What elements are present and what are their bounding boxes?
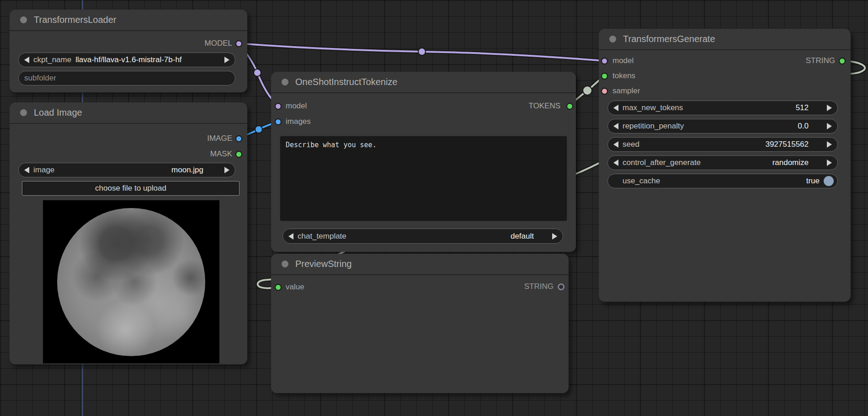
model-input-port[interactable] [275, 103, 282, 110]
model-input-port[interactable] [601, 58, 608, 64]
widget-value: true [806, 176, 820, 186]
decrement-arrow-icon[interactable] [613, 141, 618, 148]
link-dot [254, 69, 261, 76]
widget-value: 512 [796, 103, 809, 112]
decrement-arrow-icon[interactable] [613, 123, 618, 129]
value-input-port[interactable] [275, 284, 282, 291]
sampler-input-port[interactable] [601, 88, 608, 95]
seed-widget[interactable]: seed 3927515562 [607, 137, 838, 152]
increment-arrow-icon[interactable] [827, 105, 832, 111]
input-label-sampler: sampler [612, 86, 640, 96]
node-titlebar[interactable]: PreviewString [271, 254, 569, 275]
output-label-string: STRING [524, 282, 554, 291]
tokens-output-port[interactable] [566, 103, 573, 110]
node-transformers-loader[interactable]: TransformersLoader MODEL ckpt_name llava… [10, 10, 247, 92]
node-titlebar[interactable]: TransformersGenerate [599, 29, 851, 50]
node-titlebar[interactable]: OneShotInstructTokenize [271, 72, 576, 93]
node-title: PreviewString [295, 259, 351, 269]
output-label-image: IMAGE [207, 134, 232, 143]
widget-label: image [33, 165, 54, 175]
subfolder-input[interactable]: subfolder [18, 71, 235, 85]
input-label-model: model [612, 56, 634, 65]
node-status-dot [20, 109, 27, 116]
decrement-arrow-icon[interactable] [24, 57, 29, 63]
node-status-dot [609, 36, 616, 43]
widget-label: use_cache [623, 176, 660, 186]
string-output-port[interactable] [839, 58, 846, 64]
widget-label: chat_template [298, 232, 346, 241]
widget-value: 3927515562 [765, 140, 809, 149]
node-title: TransformersLoader [34, 15, 116, 25]
input-label-value: value [286, 283, 304, 292]
link-dot [418, 48, 426, 55]
widget-label: repetition_penalty [623, 122, 684, 131]
node-graph-canvas[interactable]: TransformersLoader MODEL ckpt_name llava… [0, 0, 868, 416]
widget-label: max_new_tokens [623, 103, 683, 112]
node-title: TransformersGenerate [623, 34, 715, 44]
widget-value: llava-hf/llava-v1.6-mistral-7b-hf [75, 55, 181, 64]
choose-file-button[interactable]: choose file to upload [22, 181, 240, 196]
tokens-input-port[interactable] [601, 73, 608, 80]
images-input-port[interactable] [275, 118, 282, 125]
node-status-dot [282, 261, 288, 267]
node-titlebar[interactable]: TransformersLoader [10, 10, 247, 31]
repetition-penalty-widget[interactable]: repetition_penalty 0.0 [607, 119, 838, 133]
node-load-image[interactable]: Load Image IMAGE MASK image moon.jpg cho… [10, 102, 247, 364]
image-preview[interactable] [43, 200, 219, 363]
widget-label: seed [623, 140, 639, 149]
button-label: choose file to upload [95, 184, 166, 193]
link-dot [255, 126, 262, 133]
node-transformers-generate[interactable]: TransformersGenerate model tokens sample… [599, 29, 851, 302]
model-output-port[interactable] [235, 40, 242, 47]
prompt-textarea[interactable]: Describe what you see. [280, 136, 567, 221]
output-label-mask: MASK [210, 149, 232, 159]
output-label-tokens: TOKENS [528, 101, 560, 111]
node-titlebar[interactable]: Load Image [10, 102, 247, 124]
mask-output-port[interactable] [235, 151, 242, 158]
decrement-arrow-icon[interactable] [24, 167, 29, 173]
input-label-images: images [286, 117, 311, 126]
node-preview-string[interactable]: PreviewString value STRING [271, 254, 569, 393]
node-title: Load Image [34, 107, 82, 118]
string-output-port[interactable] [558, 283, 564, 290]
widget-value: 0.0 [798, 122, 809, 131]
input-label-tokens: tokens [612, 71, 635, 80]
ckpt-name-widget[interactable]: ckpt_name llava-hf/llava-v1.6-mistral-7b… [18, 53, 235, 67]
widget-label: subfolder [24, 74, 56, 83]
prompt-text: Describe what you see. [286, 141, 377, 149]
decrement-arrow-icon[interactable] [288, 233, 293, 240]
increment-arrow-icon[interactable] [827, 160, 832, 166]
increment-arrow-icon[interactable] [224, 167, 229, 173]
increment-arrow-icon[interactable] [827, 141, 832, 148]
image-select-widget[interactable]: image moon.jpg [18, 163, 235, 177]
moon-image [57, 208, 205, 356]
output-label-model: MODEL [205, 39, 232, 48]
use-cache-widget[interactable]: use_cache true [607, 174, 838, 188]
widget-label: control_after_generate [623, 158, 701, 167]
input-label-model: model [286, 101, 307, 111]
chat-template-widget[interactable]: chat_template default [282, 229, 563, 244]
use-cache-toggle[interactable] [824, 176, 834, 186]
control-after-generate-widget[interactable]: control_after_generate randomize [607, 155, 838, 170]
node-title: OneShotInstructTokenize [295, 77, 397, 87]
image-output-port[interactable] [235, 135, 242, 142]
increment-arrow-icon[interactable] [552, 233, 557, 240]
max-new-tokens-widget[interactable]: max_new_tokens 512 [607, 101, 838, 115]
decrement-arrow-icon[interactable] [613, 160, 618, 166]
increment-arrow-icon[interactable] [224, 57, 229, 63]
link-dot [583, 86, 592, 95]
widget-label: ckpt_name [33, 55, 71, 64]
output-label-string: STRING [806, 56, 835, 65]
node-status-dot [20, 16, 27, 23]
node-one-shot-instruct-tokenize[interactable]: OneShotInstructTokenize model images TOK… [271, 72, 576, 252]
node-status-dot [282, 79, 288, 85]
decrement-arrow-icon[interactable] [613, 105, 618, 111]
widget-value: default [511, 232, 534, 241]
widget-value: randomize [772, 158, 809, 167]
increment-arrow-icon[interactable] [827, 123, 832, 129]
widget-value: moon.jpg [171, 165, 203, 175]
